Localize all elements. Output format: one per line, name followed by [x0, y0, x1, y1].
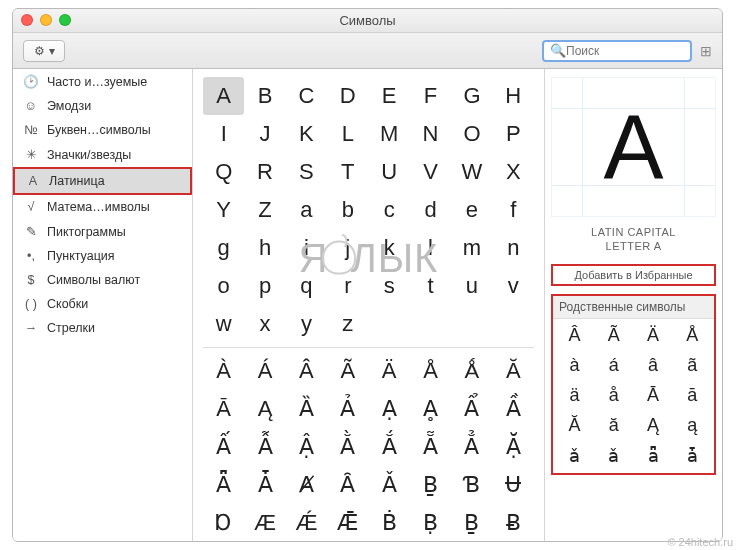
related-character[interactable]: å [594, 381, 633, 411]
character-cell[interactable]: D [327, 77, 368, 115]
related-character[interactable]: ã [673, 351, 712, 381]
sidebar-item[interactable]: ✳Значки/звезды [13, 142, 192, 167]
related-character[interactable]: Ā [634, 381, 673, 411]
sidebar-item[interactable]: AЛатиница [13, 167, 192, 195]
toggle-layout-icon[interactable]: ⊞ [700, 43, 712, 59]
close-icon[interactable] [21, 14, 33, 26]
character-cell[interactable]: Ǟ [203, 466, 244, 504]
character-cell[interactable]: Ȃ [327, 466, 368, 504]
add-to-favorites-button[interactable]: Добавить в Избранные [551, 264, 716, 286]
character-cell[interactable]: Á [244, 352, 285, 390]
character-cell[interactable]: Ẩ [451, 390, 492, 428]
character-cell[interactable]: H [493, 77, 534, 115]
related-character[interactable]: â [634, 351, 673, 381]
character-cell[interactable]: Z [244, 191, 285, 229]
related-character[interactable]: ǟ [634, 441, 673, 471]
character-cell[interactable]: P [493, 115, 534, 153]
character-cell[interactable]: l [410, 229, 451, 267]
character-cell[interactable]: Ḅ [410, 504, 451, 541]
character-cell[interactable]: h [244, 229, 285, 267]
character-cell[interactable]: Å [410, 352, 451, 390]
character-cell[interactable]: M [369, 115, 410, 153]
related-character[interactable]: ă [594, 411, 633, 441]
character-cell[interactable]: Ǎ [369, 466, 410, 504]
related-character[interactable]: ǡ [673, 441, 712, 471]
character-cell[interactable]: Ă [493, 352, 534, 390]
character-cell[interactable]: d [410, 191, 451, 229]
character-cell[interactable]: n [493, 229, 534, 267]
character-cell[interactable]: V [410, 153, 451, 191]
character-cell[interactable]: g [203, 229, 244, 267]
character-cell[interactable]: N [410, 115, 451, 153]
character-cell[interactable]: Æ [244, 504, 285, 541]
character-cell[interactable]: E [369, 77, 410, 115]
character-cell[interactable]: Ɒ [203, 504, 244, 541]
character-cell[interactable]: Ǽ [286, 504, 327, 541]
character-cell[interactable]: I [203, 115, 244, 153]
character-cell[interactable]: a [286, 191, 327, 229]
character-cell[interactable]: Ạ [369, 390, 410, 428]
character-cell[interactable]: p [244, 267, 285, 305]
sidebar-item[interactable]: №Буквен…символы [13, 118, 192, 142]
character-cell[interactable]: B [244, 77, 285, 115]
character-cell[interactable]: Ả [327, 390, 368, 428]
related-character[interactable]: Â [555, 321, 594, 351]
character-cell[interactable]: Ậ [286, 428, 327, 466]
character-cell[interactable]: Ǡ [244, 466, 285, 504]
character-cell[interactable]: r [327, 267, 368, 305]
character-cell[interactable]: c [369, 191, 410, 229]
character-cell[interactable]: X [493, 153, 534, 191]
sidebar-item[interactable]: ✎Пиктограммы [13, 219, 192, 244]
character-cell[interactable]: y [286, 305, 327, 343]
character-cell[interactable]: Ą [244, 390, 285, 428]
character-cell[interactable]: f [493, 191, 534, 229]
sidebar-item[interactable]: ☺Эмодзи [13, 94, 192, 118]
character-cell[interactable]: w [203, 305, 244, 343]
character-cell[interactable]: O [451, 115, 492, 153]
character-cell[interactable]: q [286, 267, 327, 305]
character-cell[interactable]: K [286, 115, 327, 153]
character-cell[interactable]: C [286, 77, 327, 115]
search-field[interactable]: 🔍 [542, 40, 692, 62]
character-cell[interactable]: i [286, 229, 327, 267]
character-cell[interactable]: T [327, 153, 368, 191]
character-cell[interactable]: A [203, 77, 244, 115]
related-character[interactable]: ǎ [594, 441, 633, 471]
character-cell[interactable]: u [451, 267, 492, 305]
character-cell[interactable]: Ẵ [410, 428, 451, 466]
character-cell[interactable]: Ɓ [451, 466, 492, 504]
character-cell[interactable]: Y [203, 191, 244, 229]
character-cell[interactable]: Ầ [493, 390, 534, 428]
sidebar-item[interactable]: √Матема…имволы [13, 195, 192, 219]
character-cell[interactable]: Ƀ [493, 504, 534, 541]
zoom-icon[interactable] [59, 14, 71, 26]
character-cell[interactable]: Ấ [203, 428, 244, 466]
character-cell[interactable]: o [203, 267, 244, 305]
character-cell[interactable]: Q [203, 153, 244, 191]
sidebar-item[interactable]: →Стрелки [13, 316, 192, 340]
character-cell[interactable]: Ḇ [451, 504, 492, 541]
character-cell[interactable]: m [451, 229, 492, 267]
character-cell[interactable]: e [451, 191, 492, 229]
character-cell[interactable]: Ằ [327, 428, 368, 466]
character-cell[interactable]: z [327, 305, 368, 343]
character-cell[interactable]: Ǣ [327, 504, 368, 541]
character-cell[interactable]: s [369, 267, 410, 305]
sidebar-item[interactable]: $Символы валют [13, 268, 192, 292]
character-cell[interactable]: Â [286, 352, 327, 390]
character-cell[interactable]: R [244, 153, 285, 191]
character-cell[interactable]: L [327, 115, 368, 153]
action-menu-button[interactable]: ⚙︎ ▾ [23, 40, 65, 62]
sidebar-item[interactable]: 🕑Часто и…зуемые [13, 69, 192, 94]
character-cell[interactable]: Ặ [493, 428, 534, 466]
character-cell[interactable]: Ʉ [493, 466, 534, 504]
search-input[interactable] [566, 44, 716, 58]
character-cell[interactable]: S [286, 153, 327, 191]
character-cell[interactable]: Ẳ [451, 428, 492, 466]
related-character[interactable]: ą [673, 411, 712, 441]
related-character[interactable]: Ä [634, 321, 673, 351]
character-cell[interactable]: Ḇ [410, 466, 451, 504]
minimize-icon[interactable] [40, 14, 52, 26]
related-character[interactable]: á [594, 351, 633, 381]
character-cell[interactable]: F [410, 77, 451, 115]
